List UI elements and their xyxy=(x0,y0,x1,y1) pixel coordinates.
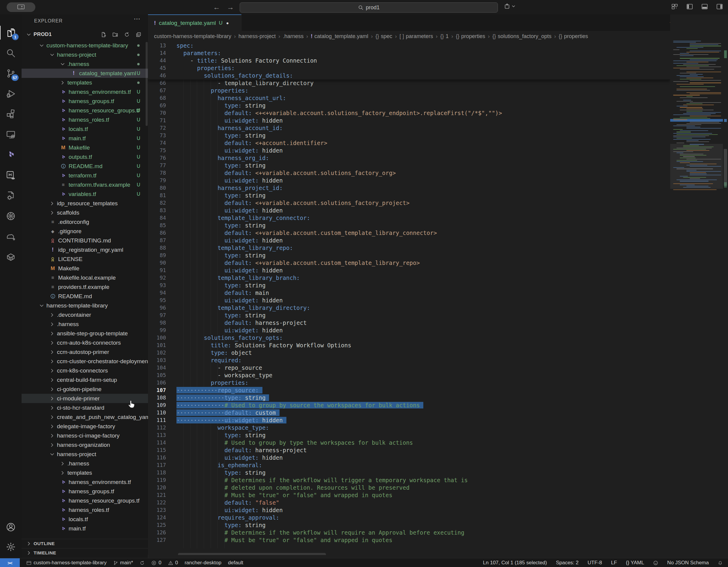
code-line-122[interactable]: 122 default: "false" xyxy=(148,499,670,506)
tree-item-harness-template-library[interactable]: harness-template-library xyxy=(22,301,148,310)
code-line-119[interactable]: 119 # Determines if the workflow will tr… xyxy=(148,477,670,484)
code-line-117[interactable]: 117 is_ephemeral: xyxy=(148,462,670,469)
breadcrumb-item[interactable]: .harness xyxy=(283,33,303,40)
code-line-101[interactable]: 101 title: Solutions Factory Workflow Op… xyxy=(148,342,670,349)
code-line-70[interactable]: 70 default: <+<+variable.account.solutio… xyxy=(148,109,670,117)
activity-docker[interactable] xyxy=(0,247,22,266)
activity-search[interactable] xyxy=(0,44,22,62)
activity-remote-explorer[interactable] xyxy=(0,125,22,144)
code-line-83[interactable]: 83 ui:widget: hidden xyxy=(148,207,670,214)
tree-item-custom-harness-template-library[interactable]: custom-harness-template-library xyxy=(22,41,148,50)
tree-item--editorconfig[interactable]: ≡.editorconfig xyxy=(22,217,148,226)
code-line-100[interactable]: 100 solutions_factory_opts: xyxy=(148,334,670,342)
status-utf-8[interactable]: UTF-8 xyxy=(587,560,602,566)
explorer-more-actions-icon[interactable]: ⋯ xyxy=(134,15,141,23)
breadcrumb-item[interactable]: custom-harness-template-library xyxy=(154,33,231,40)
tree-item-harness-roles-tf[interactable]: harness_roles.tf xyxy=(22,505,148,515)
code-line-125[interactable]: 125 type: string xyxy=(148,521,670,529)
code-line-115[interactable]: 115 default: harness-project xyxy=(148,447,670,454)
tree-item--gitignore[interactable]: ◆.gitignore xyxy=(22,226,148,236)
breadcrumb-item[interactable]: {}properties xyxy=(559,33,588,40)
activity-hcl[interactable] xyxy=(0,166,22,184)
tree-item-ccm-cluster-orchestrator-deployment[interactable]: ccm-cluster-orchestrator-deployment xyxy=(22,357,148,366)
code-line-97[interactable]: 97 type: string xyxy=(148,312,670,319)
breadcrumb-item[interactable]: {}1 xyxy=(440,33,448,40)
vertical-scrollbar[interactable] xyxy=(724,149,727,186)
code-line-45[interactable]: 45 properties: xyxy=(148,64,670,72)
activity-settings[interactable] xyxy=(0,538,22,556)
status-no-json-schema[interactable]: No JSON Schema xyxy=(667,560,709,566)
code-line-105[interactable]: 105 - workspace_type xyxy=(148,372,670,379)
tree-item-ccm-autostop-primer[interactable]: ccm-autostop-primer xyxy=(22,347,148,357)
sidebar-scrollbar[interactable] xyxy=(146,42,148,126)
status-main-[interactable]: main* xyxy=(113,560,133,566)
timeline-section[interactable]: TIMELINE xyxy=(22,548,148,557)
code-line-127[interactable]: 127 # Must be "true" or "false" and wrap… xyxy=(148,536,670,544)
activity-dev-containers[interactable] xyxy=(0,186,22,205)
command-center-search[interactable]: prod1 xyxy=(240,2,498,13)
code-line-116[interactable]: 116 ui:widget: hidden xyxy=(148,454,670,462)
tree-item-ansible-step-group-template[interactable]: ansible-step-group-template xyxy=(22,329,148,338)
code-line-85[interactable]: 85 type: string xyxy=(148,222,670,229)
tree-item--harness[interactable]: .harness xyxy=(22,459,148,468)
code-line-77[interactable]: 77 type: string xyxy=(148,162,670,169)
code-line-69[interactable]: 69 type: string xyxy=(148,102,670,109)
tree-item-locals-tf[interactable]: locals.tf xyxy=(22,515,148,524)
tree-item-main-tf[interactable]: main.tfU xyxy=(22,134,148,143)
status-bell[interactable] xyxy=(718,560,723,566)
tree-item-scaffolds[interactable]: scaffolds xyxy=(22,208,148,217)
code-line-80[interactable]: 80 harness_project_id: xyxy=(148,184,670,192)
status-default[interactable]: default xyxy=(228,560,243,566)
status-ln-107-col-1-185-selecte[interactable]: Ln 107, Col 1 (185 selected) xyxy=(483,560,547,566)
code-line-93[interactable]: 93 type: string xyxy=(148,282,670,289)
code-line-103[interactable]: 103 required: xyxy=(148,357,670,364)
code-line-120[interactable]: 120 # deleted upon completion. Resources… xyxy=(148,484,670,492)
code-line-74[interactable]: 74 default: <+account.identifier> xyxy=(148,139,670,147)
tree-item-templates[interactable]: templates xyxy=(22,468,148,477)
code-line-46[interactable]: 46 solutions_factory_details: xyxy=(148,72,670,79)
code-line-81[interactable]: 81 type: string xyxy=(148,192,670,199)
tree-item-makefile-local-example[interactable]: ≡Makefile.local.example xyxy=(22,273,148,282)
toggle-primary-sidebar-icon[interactable] xyxy=(686,3,693,10)
tab-catalog-template-yaml[interactable]: ! catalog_template.yaml U ● xyxy=(148,14,241,31)
refresh-icon[interactable] xyxy=(124,32,130,37)
code-line-73[interactable]: 73 type: string xyxy=(148,132,670,139)
code-line-113[interactable]: 113 type: string xyxy=(148,432,670,439)
code-line-87[interactable]: 87 ui:widget: hidden xyxy=(148,237,670,244)
activity-kubernetes[interactable] xyxy=(0,207,22,225)
tree-item-providers-tf-example[interactable]: ≡providers.tf.example xyxy=(22,282,148,292)
new-window-layout-button[interactable] xyxy=(504,3,515,10)
status-lf[interactable]: LF xyxy=(611,560,617,566)
code-line-91[interactable]: 91 ui:widget: hidden xyxy=(148,267,670,274)
tree-item-harness-roles-tf[interactable]: harness_roles.tfU xyxy=(22,115,148,124)
activity-accounts[interactable] xyxy=(0,518,22,536)
code-line-109[interactable]: 109··············# Used to group by sour… xyxy=(148,402,670,409)
activity-terraform[interactable] xyxy=(0,146,22,164)
tree-item-ccm-auto-k8s-connectors[interactable]: ccm-auto-k8s-connectors xyxy=(22,338,148,347)
tree-item-locals-tf[interactable]: locals.tfU xyxy=(22,124,148,134)
tree-item-harness-environments-tf[interactable]: harness_environments.tf xyxy=(22,477,148,487)
breadcrumb-item[interactable]: !catalog_template.yaml xyxy=(311,33,368,40)
tree-item-terraform-tfvars-example[interactable]: ≡terraform.tfvars.exampleU xyxy=(22,180,148,189)
code-line-82[interactable]: 82 default: <+variable.account.solutions… xyxy=(148,199,670,207)
code-line-107[interactable]: 107············repo_source: xyxy=(148,387,670,394)
code-line-126[interactable]: 126 # Determines if the workflow will re… xyxy=(148,529,670,536)
code-line-123[interactable]: 123 ui:widget: hidden xyxy=(148,506,670,514)
code-line-121[interactable]: 121 # Must be "true" or "false" and wrap… xyxy=(148,492,670,499)
code-line-124[interactable]: 124 requires_approval: xyxy=(148,514,670,521)
code-line-106[interactable]: 106 properties: xyxy=(148,379,670,387)
tree-item--devcontainer[interactable]: .devcontainer xyxy=(22,310,148,320)
activity-ansible[interactable] xyxy=(0,227,22,246)
toggle-panel-icon[interactable] xyxy=(701,3,708,10)
code-line-75[interactable]: 75 ui:widget: hidden xyxy=(148,147,670,154)
tree-item-idp-resource-templates[interactable]: idp_resource_templates xyxy=(22,199,148,208)
breadcrumb-item[interactable]: harness-project xyxy=(238,33,276,40)
code-line-90[interactable]: 90 default: <+variable.account.custom_te… xyxy=(148,259,670,267)
tree-item-readme-md[interactable]: README.md xyxy=(22,292,148,301)
code-line-67[interactable]: 67 properties: xyxy=(148,87,670,94)
code-line-108[interactable]: 108··············type: string xyxy=(148,394,670,402)
status--yaml[interactable]: {} YAML xyxy=(626,560,644,566)
code-line-114[interactable]: 114 # Used to group by type the workspac… xyxy=(148,439,670,447)
tree-item--harness[interactable]: .harness xyxy=(22,320,148,329)
code-line-110[interactable]: 110··············default: custom xyxy=(148,409,670,417)
